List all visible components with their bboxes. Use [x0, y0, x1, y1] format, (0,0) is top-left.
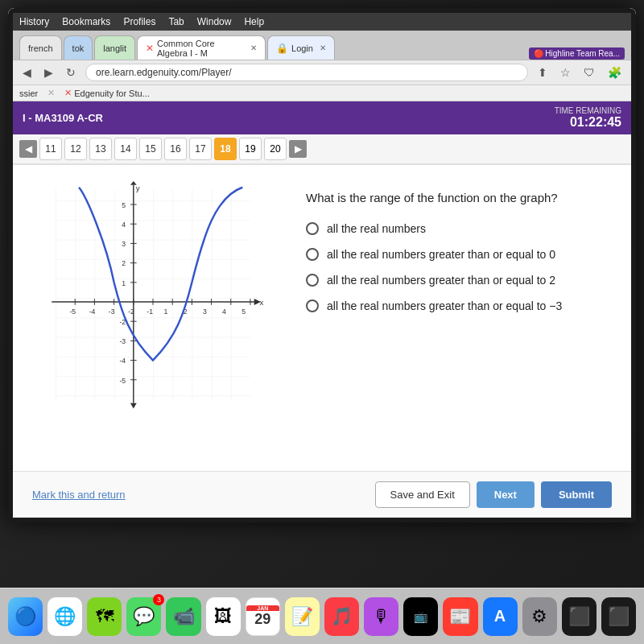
q-btn-20[interactable]: 20	[264, 138, 287, 160]
calendar-date: 29	[254, 611, 270, 628]
settings-icon: ⚙	[531, 606, 547, 627]
time-container: TIME REMAINING 01:22:45	[555, 106, 621, 130]
menu-profiles[interactable]: Profiles	[123, 16, 155, 27]
bookmark-ssier-label: ssier	[19, 89, 38, 98]
save-exit-button[interactable]: Save and Exit	[375, 481, 470, 508]
address-bar[interactable]: ore.learn.edgenuity.com/Player/	[85, 64, 528, 81]
tab-algebra[interactable]: ✕ Common Core Algebra I - M ✕	[137, 35, 266, 60]
menu-window[interactable]: Window	[197, 16, 232, 27]
q-btn-18[interactable]: 18	[214, 138, 237, 160]
app2-icon: ⬛	[608, 606, 630, 627]
menu-history[interactable]: History	[19, 16, 49, 27]
mark-return-link[interactable]: Mark this and return	[32, 489, 126, 501]
forward-button[interactable]: ▶	[41, 64, 56, 80]
edgenuity-icon: ✕	[64, 88, 72, 98]
dock-music[interactable]: 🎵	[324, 597, 359, 636]
radio-d[interactable]	[306, 299, 319, 312]
q-btn-17[interactable]: 17	[189, 138, 212, 160]
q-btn-11[interactable]: 11	[39, 138, 62, 160]
tab-tok-label: tok	[72, 43, 85, 53]
time-value: 01:22:45	[555, 115, 621, 130]
dock-chrome[interactable]: 🌐	[47, 597, 82, 636]
dock-app1[interactable]: ⬛	[562, 597, 597, 636]
tab-french[interactable]: french	[19, 35, 62, 60]
dock-maps[interactable]: 🗺	[87, 597, 122, 636]
menu-bookmarks[interactable]: Bookmarks	[62, 16, 110, 27]
answer-option-b[interactable]: all the real numbers greater than or equ…	[306, 248, 612, 261]
option-text-b: all the real numbers greater than or equ…	[327, 248, 555, 261]
q-btn-19[interactable]: 19	[239, 138, 262, 160]
svg-text:5: 5	[122, 201, 126, 209]
dock-notes[interactable]: 📝	[285, 597, 320, 636]
refresh-button[interactable]: ↻	[63, 64, 79, 80]
tab-login-close[interactable]: ✕	[320, 43, 326, 52]
svg-text:-3: -3	[119, 337, 126, 345]
question-nav: ◀ 11 12 13 14 15 16 17 18 19 20 ▶	[13, 134, 631, 165]
app1-icon: ⬛	[568, 606, 590, 627]
answer-option-c[interactable]: all the real numbers greater than or equ…	[306, 274, 612, 287]
shield-button[interactable]: 🛡	[580, 64, 598, 80]
svg-text:3: 3	[203, 308, 207, 316]
dock-messages[interactable]: 💬 3	[126, 597, 161, 636]
submit-button[interactable]: Submit	[541, 481, 612, 508]
option-text-a: all the real numbers	[327, 222, 426, 235]
q-btn-16[interactable]: 16	[164, 138, 187, 160]
highline-indicator: 🔴 Highline Team Rea...	[529, 47, 625, 60]
extensions-button[interactable]: 🧩	[605, 64, 625, 80]
tab-algebra-close[interactable]: ✕	[250, 43, 257, 52]
dock-podcasts[interactable]: 🎙	[364, 597, 398, 636]
graph-container: -5 -4 -3 -2 -1 1 2 3 4 5 x	[32, 181, 290, 455]
svg-text:-4: -4	[89, 308, 96, 316]
maps-icon: 🗺	[96, 606, 114, 627]
bookmark-ssier[interactable]: ssier	[19, 89, 38, 98]
question-footer: Mark this and return Save and Exit Next …	[13, 471, 631, 518]
menu-bar: History Bookmarks Profiles Tab Window He…	[13, 13, 631, 31]
next-button[interactable]: Next	[477, 481, 535, 508]
menu-tab[interactable]: Tab	[168, 16, 184, 27]
finder-icon: 🔵	[14, 606, 36, 627]
q-btn-15[interactable]: 15	[139, 138, 162, 160]
share-button[interactable]: ⬆	[535, 64, 551, 80]
nav-prev[interactable]: ◀	[19, 140, 37, 158]
question-area: -5 -4 -3 -2 -1 1 2 3 4 5 x	[13, 165, 631, 471]
option-text-d: all the real numbers greater than or equ…	[327, 299, 562, 312]
svg-text:4: 4	[222, 308, 226, 316]
svg-text:3: 3	[122, 240, 126, 248]
back-button[interactable]: ◀	[19, 64, 35, 80]
tab-algebra-label: Common Core Algebra I - M	[157, 39, 244, 58]
option-text-c: all the real numbers greater than or equ…	[327, 274, 555, 287]
bookmark-edgenuity[interactable]: ✕ Edgenuity for Stu...	[64, 88, 150, 98]
answer-option-a[interactable]: all the real numbers	[306, 222, 612, 235]
radio-a[interactable]	[306, 222, 319, 235]
dock-photos[interactable]: 🖼	[206, 597, 241, 636]
svg-text:5: 5	[242, 308, 246, 316]
radio-b[interactable]	[306, 248, 319, 261]
q-btn-14[interactable]: 14	[114, 138, 137, 160]
dock-tv[interactable]: 📺	[403, 597, 438, 636]
dock-calendar[interactable]: JAN 29	[246, 597, 280, 636]
tab-login[interactable]: 🔒 Login ✕	[267, 35, 335, 60]
q-btn-12[interactable]: 12	[64, 138, 87, 160]
tab-login-label: Login	[291, 43, 313, 53]
dock-settings[interactable]: ⚙	[522, 597, 557, 636]
dock-appstore[interactable]: A	[483, 597, 518, 636]
tab-langlit[interactable]: langlit	[94, 35, 135, 60]
dock-news[interactable]: 📰	[443, 597, 477, 636]
radio-c[interactable]	[306, 274, 319, 287]
menu-help[interactable]: Help	[244, 16, 264, 27]
nav-next-arrow[interactable]: ▶	[289, 140, 307, 158]
svg-text:y: y	[136, 184, 140, 192]
q-btn-13[interactable]: 13	[89, 138, 112, 160]
graph-svg: -5 -4 -3 -2 -1 1 2 3 4 5 x	[32, 181, 274, 423]
bookmark-button[interactable]: ☆	[557, 64, 574, 80]
svg-text:2: 2	[122, 259, 126, 267]
svg-text:-5: -5	[119, 377, 126, 385]
dock-app2[interactable]: ⬛	[601, 597, 636, 636]
answer-option-d[interactable]: all the real numbers greater than or equ…	[306, 299, 612, 312]
svg-text:-2: -2	[128, 308, 134, 316]
mac-dock: 🔵 🌐 🗺 💬 3 📹 🖼 JAN 29 📝 🎵 🎙	[0, 588, 644, 644]
tab-tok[interactable]: tok	[64, 35, 93, 60]
tab-login-icon: 🔒	[276, 43, 288, 54]
dock-facetime[interactable]: 📹	[166, 597, 200, 636]
dock-finder[interactable]: 🔵	[8, 597, 43, 636]
